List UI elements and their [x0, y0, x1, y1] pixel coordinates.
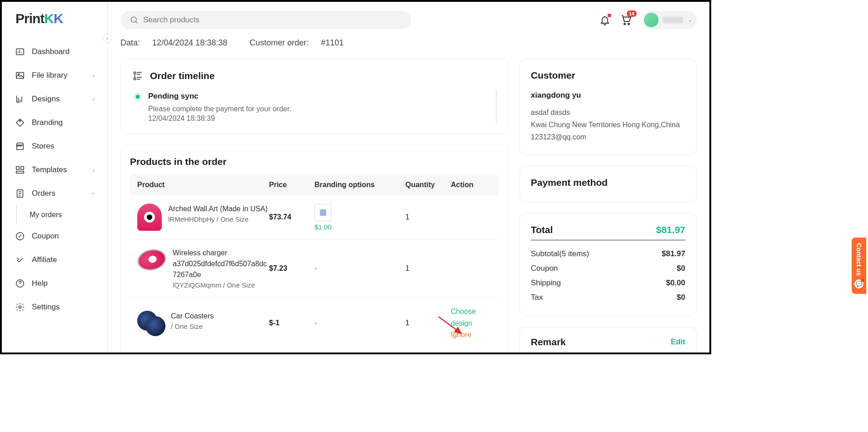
edit-remark-link[interactable]: Edit — [671, 338, 685, 347]
branding-cell: - — [314, 319, 405, 327]
product-qty: 1 — [405, 264, 451, 273]
svg-point-2 — [18, 74, 20, 75]
sidebar-item-settings[interactable]: Settings — [2, 295, 107, 319]
remark-title: Remark — [531, 337, 566, 348]
subtotal-label: Subtotal(5 items) — [531, 249, 589, 258]
table-row: Wireless charger a37d025dfdefcd7f6d507a8… — [130, 239, 499, 298]
sidebar-item-designs[interactable]: Designs › — [2, 87, 107, 111]
col-quantity: Quantity — [405, 181, 451, 189]
coupon-icon — [15, 231, 25, 242]
tax-label: Tax — [531, 293, 543, 302]
nav-label: Dashboard — [32, 47, 70, 56]
store-icon — [15, 141, 25, 152]
timeline-time: 12/04/2024 18:38:39 — [148, 114, 490, 123]
branding-cell: $1.00 — [314, 204, 405, 231]
product-qty: 1 — [405, 319, 451, 327]
nav-label: Stores — [32, 142, 54, 151]
nav-label: Help — [32, 279, 48, 288]
sidebar-item-dashboard[interactable]: Dashboard — [2, 40, 107, 64]
customer-name: xiangdong yu — [531, 91, 685, 100]
order-meta: Data: 12/04/2024 18:38:38 Customer order… — [120, 38, 697, 48]
product-variant: lRMeHHDhpHy / One Size — [168, 215, 268, 223]
sidebar-item-coupon[interactable]: Coupon — [2, 224, 107, 248]
chevron-down-icon: › — [90, 193, 97, 195]
divider — [531, 240, 685, 240]
nav-label: Designs — [32, 94, 60, 104]
nav-label: Templates — [32, 165, 67, 174]
customer-card: Customer xiangdong yu asdaf dasds Kwai C… — [519, 59, 697, 155]
logo[interactable]: PrintKK — [2, 11, 107, 40]
help-icon — [15, 278, 25, 289]
gear-icon — [15, 302, 25, 313]
search-input[interactable] — [143, 15, 402, 25]
product-price: $-1 — [269, 319, 314, 327]
sidebar: PrintKK ‹ Dashboard File library › Desig… — [2, 2, 108, 353]
nav-label: Orders — [32, 189, 55, 198]
card-title-text: Order timeline — [150, 70, 215, 81]
sidebar-item-affiliate[interactable]: Affiliate — [2, 248, 107, 272]
svg-point-15 — [134, 78, 135, 79]
svg-rect-5 — [21, 167, 24, 169]
nav-label: Coupon — [32, 232, 59, 241]
customer-email: 123123@qq.com — [531, 131, 685, 143]
nav: Dashboard File library › Designs › Brand… — [2, 40, 107, 319]
product-qty: 1 — [405, 213, 451, 221]
col-branding: Branding options — [314, 181, 405, 189]
product-thumbnail — [135, 247, 168, 273]
orders-icon — [15, 188, 25, 199]
svg-point-3 — [20, 120, 21, 122]
svg-point-10 — [19, 306, 21, 308]
total-amount: $81.97 — [656, 224, 685, 235]
sidebar-item-file-library[interactable]: File library › — [2, 64, 107, 87]
svg-rect-6 — [16, 171, 24, 174]
dashboard-icon — [15, 46, 25, 57]
avatar — [644, 13, 658, 27]
nav-label: Settings — [32, 303, 60, 312]
sidebar-item-orders[interactable]: Orders › — [2, 182, 107, 205]
svg-point-14 — [134, 72, 135, 74]
search-icon — [130, 15, 139, 25]
product-variant: lQYZiQGMqmm / One Size — [173, 281, 269, 289]
total-label: Total — [531, 224, 553, 235]
main: 14 ⌄ Data: 12/04/2024 18:38:38 Customer … — [108, 2, 709, 353]
affiliate-icon — [15, 254, 25, 265]
chevron-right-icon: › — [92, 72, 95, 79]
topbar: 14 ⌄ — [108, 2, 709, 34]
cart-button[interactable]: 14 — [620, 14, 632, 26]
product-thumbnail — [137, 311, 165, 335]
branding-thumbnail — [314, 204, 332, 221]
shipping-value: $0.00 — [666, 278, 685, 288]
timeline-status: Pending sync — [148, 92, 490, 101]
sidebar-item-help[interactable]: Help — [2, 272, 107, 295]
product-name: Wireless charger a37d025dfdefcd7f6d507a8… — [173, 248, 269, 280]
svg-point-11 — [131, 17, 136, 22]
tax-value: $0 — [677, 293, 685, 302]
sidebar-item-my-orders[interactable]: My orders — [16, 205, 107, 224]
payment-method-card: Payment method — [519, 166, 697, 202]
product-name: Car Coasters — [171, 311, 214, 322]
search-input-wrapper[interactable] — [120, 11, 411, 29]
sidebar-item-stores[interactable]: Stores — [2, 134, 107, 158]
timeline-icon — [132, 70, 144, 82]
tag-icon — [15, 117, 25, 128]
product-variant: / One Size — [171, 323, 214, 330]
choose-design-link[interactable]: Choose design — [451, 306, 492, 329]
chevron-right-icon: › — [92, 95, 95, 103]
products-card: Products in the order Product Price Bran… — [120, 145, 509, 353]
user-menu[interactable]: ⌄ — [642, 11, 697, 29]
sidebar-collapse-button[interactable]: ‹ — [103, 34, 112, 43]
sidebar-item-branding[interactable]: Branding — [2, 111, 107, 134]
customer-address-1: asdaf dasds — [531, 106, 685, 119]
sidebar-item-templates[interactable]: Templates › — [2, 158, 107, 182]
status-dot-icon — [134, 93, 142, 101]
coupon-label: Coupon — [531, 264, 558, 273]
shipping-label: Shipping — [531, 278, 561, 288]
col-action: Action — [451, 181, 492, 189]
timeline-item: Pending sync Please complete the payment… — [132, 90, 490, 123]
table-header: Product Price Branding options Quantity … — [130, 174, 499, 195]
remark-card: Remark Edit — [519, 327, 697, 353]
svg-point-13 — [628, 23, 629, 25]
notifications-button[interactable] — [599, 15, 610, 25]
timeline-desc: Please complete the payment for your ord… — [148, 104, 490, 114]
ignore-link[interactable]: Ignore — [451, 329, 492, 341]
